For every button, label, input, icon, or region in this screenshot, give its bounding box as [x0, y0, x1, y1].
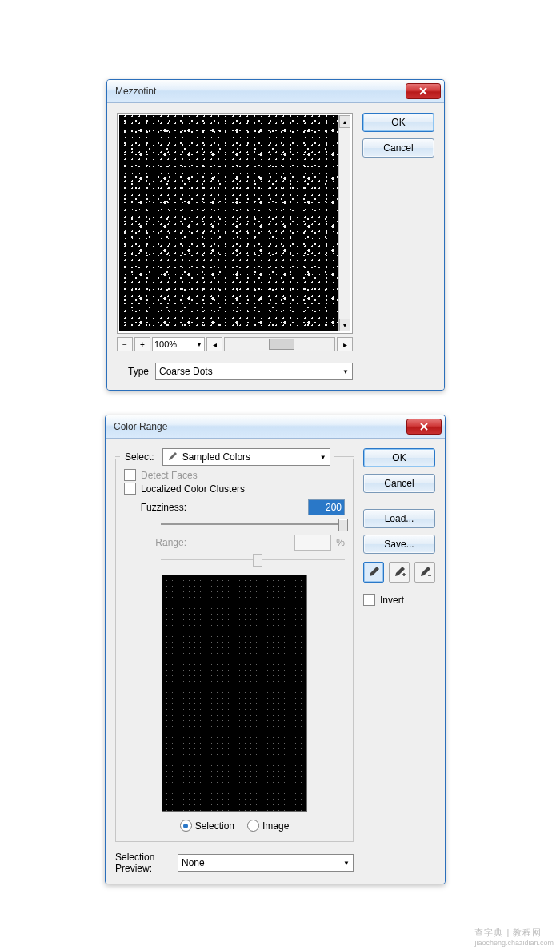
color-range-preview[interactable]: [162, 575, 307, 812]
mezzotint-preview-container: ▴ ▾: [117, 113, 353, 334]
ok-button[interactable]: OK: [362, 113, 434, 132]
localized-clusters-label: Localized Color Clusters: [141, 483, 245, 495]
scroll-up-button[interactable]: ▴: [339, 115, 350, 128]
fuzziness-label: Fuzziness:: [124, 502, 186, 513]
invert-row: Invert: [363, 594, 435, 606]
zoom-level-combo[interactable]: 100% ▼: [152, 337, 205, 351]
eyedropper-plus-icon: [393, 566, 406, 579]
save-button[interactable]: Save...: [363, 535, 435, 554]
range-unit: %: [336, 537, 345, 548]
close-icon: [419, 87, 427, 95]
selection-preview-row: Selection Preview: None ▼: [115, 852, 354, 874]
type-row: Type Coarse Dots ▼: [117, 363, 353, 380]
close-button[interactable]: [406, 83, 441, 99]
preview-horizontal-scrollbar[interactable]: [224, 337, 335, 351]
slider-thumb[interactable]: [338, 519, 348, 531]
eyedropper-buttons: [363, 562, 435, 583]
invert-label: Invert: [380, 595, 404, 606]
localized-clusters-row: Localized Color Clusters: [124, 483, 345, 495]
chevron-down-icon: ▼: [196, 341, 202, 348]
mezzotint-title: Mezzotint: [115, 86, 406, 97]
localized-clusters-checkbox[interactable]: [124, 483, 136, 495]
fuzziness-input[interactable]: 200: [308, 499, 345, 515]
scroll-left-button[interactable]: ◂: [206, 337, 222, 351]
range-slider: [161, 554, 345, 565]
eyedropper-icon: [367, 566, 380, 579]
eyedropper-minus-icon: [418, 566, 431, 579]
close-button[interactable]: [406, 419, 442, 435]
zoom-level-value: 100%: [154, 339, 177, 349]
range-input: [294, 535, 331, 551]
eyedropper-button[interactable]: [363, 562, 384, 583]
chevron-down-icon: ▼: [343, 860, 350, 867]
color-range-titlebar[interactable]: Color Range: [106, 415, 445, 439]
close-icon: [420, 423, 428, 431]
zoom-out-button[interactable]: −: [117, 337, 133, 351]
selection-preview-label: Selection Preview:: [115, 852, 173, 874]
type-label: Type: [117, 366, 149, 377]
selection-preview-value: None: [182, 857, 205, 868]
fuzziness-slider[interactable]: [161, 519, 345, 530]
preview-mode-radios: Selection Image: [124, 820, 345, 832]
watermark: 查字典 | 教程网 jiaocheng.chazidian.com: [474, 927, 554, 947]
image-radio[interactable]: [247, 820, 259, 832]
preview-toolbar: − + 100% ▼ ◂ ▸: [117, 337, 353, 351]
image-radio-label: Image: [262, 820, 289, 832]
slider-thumb: [253, 554, 262, 567]
eyedropper-icon: [166, 451, 178, 463]
range-row: Range: %: [124, 535, 345, 551]
selection-radio-label: Selection: [195, 820, 234, 832]
load-button[interactable]: Load...: [363, 509, 435, 528]
select-combo[interactable]: Sampled Colors ▼: [162, 448, 330, 466]
mezzotint-button-column: OK Cancel: [362, 113, 434, 380]
mezzotint-titlebar[interactable]: Mezzotint: [107, 80, 444, 103]
chevron-down-icon: ▼: [342, 368, 349, 375]
selection-preview-combo[interactable]: None ▼: [178, 854, 354, 872]
scroll-down-button[interactable]: ▾: [339, 319, 350, 331]
scroll-right-button[interactable]: ▸: [337, 337, 353, 351]
mezzotint-body: ▴ ▾ − + 100% ▼ ◂ ▸ Type: [107, 103, 444, 390]
color-range-left-panel: Select: Sampled Colors ▼ Detect F: [115, 448, 354, 874]
detect-faces-label: Detect Faces: [141, 470, 198, 481]
cancel-button[interactable]: Cancel: [362, 138, 434, 158]
cancel-button[interactable]: Cancel: [363, 474, 435, 493]
scrollbar-thumb[interactable]: [269, 339, 294, 350]
fuzziness-row: Fuzziness: 200: [124, 499, 345, 515]
color-range-button-column: OK Cancel Load... Save...: [363, 448, 435, 874]
type-value: Coarse Dots: [159, 366, 213, 377]
type-combo[interactable]: Coarse Dots ▼: [155, 363, 353, 380]
invert-checkbox[interactable]: [363, 594, 375, 606]
chevron-down-icon: ▼: [320, 454, 326, 461]
color-range-body: Select: Sampled Colors ▼ Detect F: [106, 439, 445, 884]
select-label: Select:: [120, 451, 159, 463]
color-range-title: Color Range: [114, 421, 406, 432]
mezzotint-dialog: Mezzotint ▴ ▾ − + 100% ▼: [106, 79, 445, 391]
detect-faces-row: Detect Faces: [124, 469, 345, 481]
color-range-dialog: Color Range Select: Sampled Colors: [105, 415, 446, 884]
mezzotint-preview[interactable]: [119, 115, 338, 331]
color-range-fieldset: Detect Faces Localized Color Clusters Fu…: [115, 459, 354, 842]
detect-faces-checkbox[interactable]: [124, 469, 136, 481]
mezzotint-left-panel: ▴ ▾ − + 100% ▼ ◂ ▸ Type: [117, 113, 353, 380]
eyedropper-subtract-button[interactable]: [414, 562, 435, 583]
eyedropper-add-button[interactable]: [389, 562, 410, 583]
zoom-in-button[interactable]: +: [134, 337, 150, 351]
selection-radio[interactable]: [180, 820, 192, 832]
select-value: Sampled Colors: [182, 451, 250, 463]
preview-vertical-scrollbar[interactable]: ▴ ▾: [338, 115, 350, 331]
range-label: Range:: [124, 537, 186, 548]
ok-button[interactable]: OK: [363, 448, 435, 467]
